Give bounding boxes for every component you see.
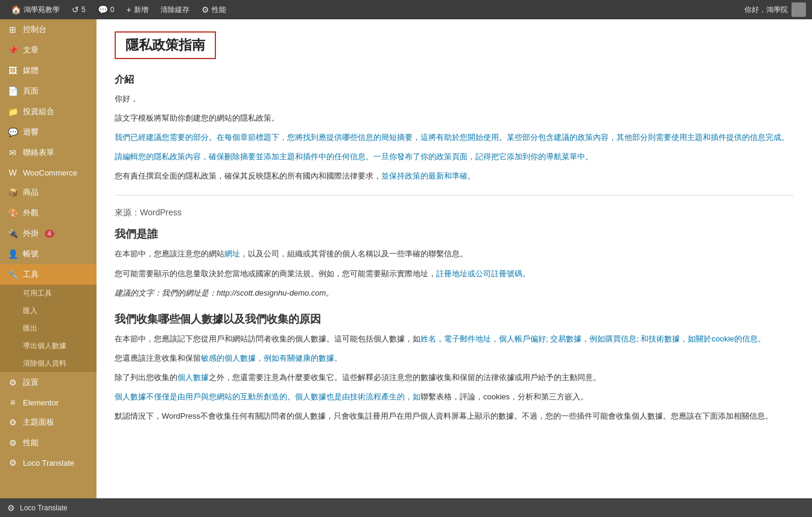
sidebar-item-pages[interactable]: 📄 頁面 [0, 81, 97, 101]
sidebar-label-loco-translate: Loco Translate [23, 458, 74, 468]
data-p3: 除了列出您收集的個人數據之外，您還需要注意為什麼要收集它。這些解釋必須注意您的數… [115, 371, 794, 384]
page-title-box: 隱私政策指南 [115, 31, 216, 59]
plugins-badge: 4 [45, 230, 54, 238]
dashboard-icon: ⊞ [7, 25, 18, 34]
sidebar-item-dashboard[interactable]: ⊞ 控制台 [0, 19, 97, 40]
loco-icon: ⚙ [7, 458, 18, 468]
sidebar-item-tools[interactable]: 🔧 工具 [0, 264, 97, 285]
sidebar-label-pages: 頁面 [23, 86, 39, 97]
sidebar-label-contact: 聯絡表單 [23, 147, 54, 158]
submenu-erase-personal[interactable]: 清除個人資料 [0, 355, 97, 372]
products-icon: 📦 [7, 188, 18, 197]
tools-icon: 🔧 [7, 270, 18, 279]
data-p3-link[interactable]: 個人數據 [177, 373, 209, 382]
loco-translate-icon: ⚙ [7, 503, 15, 513]
theme-panel-icon: ⚙ [7, 417, 18, 427]
loco-translate-label: Loco Translate [20, 504, 68, 512]
main-content: 隱私政策指南 介紹 你好， 該文字模板將幫助你創建您的網站的隱私政策。 我們已經… [97, 19, 812, 517]
sidebar-item-settings[interactable]: ⚙ 設置 [0, 372, 97, 393]
sidebar-item-testimonials[interactable]: 💬 迴響 [0, 122, 97, 142]
posts-icon: 📌 [7, 45, 18, 55]
data-p2-link[interactable]: 敏感的個人數據，例如有關健康的數據。 [201, 354, 342, 363]
submenu-export-personal[interactable]: 導出個人數據 [0, 337, 97, 355]
intro-p5: 您有責任撰寫全面的隱私政策，確保其反映隱私的所有國內和國際法律要求，並保持政策的… [115, 170, 794, 183]
sidebar-item-portfolio[interactable]: 📁 投資組合 [0, 101, 97, 122]
sidebar-item-contact[interactable]: ✉ 聯絡表單 [0, 142, 97, 163]
perf-icon: ⚙ [7, 438, 18, 448]
sidebar-label-appearance: 外觀 [23, 208, 39, 218]
submenu-available-tools[interactable]: 可用工具 [0, 285, 97, 302]
updates-icon: ↺ [72, 5, 79, 14]
main-wrap: ⊞ 控制台 📌 文章 🖼 媒體 📄 頁面 📁 投資組合 💬 迴響 ✉ 聯絡表單 … [0, 19, 812, 517]
adminbar-left: 🏠 鴻學苑教學 ↺ 5 💬 0 + 新增 清除緩存 ⚙ 性能 [6, 0, 231, 19]
home-icon: 🏠 [11, 5, 21, 14]
intro-p5-link[interactable]: 並保持政策的最新和準確。 [381, 171, 475, 180]
comments-count: 0 [110, 5, 115, 14]
sidebar-label-woocommerce: WooCommerce [23, 168, 77, 177]
intro-p2: 該文字模板將幫助你創建您的網站的隱私政策。 [115, 112, 794, 125]
sidebar-item-users[interactable]: 👤 帳號 [0, 244, 97, 264]
source-heading: 來源：WordPress [115, 208, 794, 218]
intro-p4: 請編輯您的隱私政策內容，確保刪除摘要並添加主題和插件中的任何信息。一旦你發布了你… [115, 150, 794, 163]
plugins-icon: 🔌 [7, 229, 18, 238]
data-p4: 個人數據不僅僅是由用戶與您網站的互動所創造的。個人數據也是由技術流程產生的，如聯… [115, 390, 794, 404]
updates-count: 5 [81, 5, 86, 14]
sidebar-item-posts[interactable]: 📌 文章 [0, 40, 97, 60]
plus-icon: + [126, 5, 131, 14]
comments-icon: 💬 [98, 5, 108, 14]
data-p1-link1[interactable]: 姓名，電子郵件地址，個人帳戶偏好; 交易數據，例如購買信息; 和技術數據，如關於… [420, 334, 766, 343]
sidebar-label-testimonials: 迴響 [23, 127, 39, 138]
intro-p4-link[interactable]: 請編輯您的隱私政策內容，確保刪除摘要並添加主題和插件中的任何信息。一旦你發布了你… [115, 152, 593, 161]
sidebar-label-portfolio: 投資組合 [23, 106, 54, 117]
sidebar-item-plugins[interactable]: 🔌 外掛 4 [0, 223, 97, 244]
sidebar-label-plugins: 外掛 [23, 228, 39, 239]
loco-translate-bar: ⚙ Loco Translate [0, 498, 812, 517]
updates-item[interactable]: ↺ 5 [67, 0, 90, 19]
clear-cache-item[interactable]: 清除緩存 [156, 0, 194, 19]
site-name-item[interactable]: 🏠 鴻學苑教學 [6, 0, 65, 19]
divider [115, 195, 794, 195]
data-p4-link1[interactable]: 個人數據不僅僅是由用戶與您網站的互動所創造的。個人數據也是由技術流程產生的，如 [115, 392, 420, 401]
sidebar-item-products[interactable]: 📦 商品 [0, 182, 97, 203]
sidebar-item-elementor[interactable]: ≡ Elementor [0, 393, 97, 412]
who-we-are-heading: 我們是誰 [115, 227, 794, 241]
contact-icon: ✉ [7, 148, 18, 157]
admin-sidebar: ⊞ 控制台 📌 文章 🖼 媒體 📄 頁面 📁 投資組合 💬 迴響 ✉ 聯絡表單 … [0, 19, 97, 517]
performance-item[interactable]: ⚙ 性能 [197, 0, 231, 19]
sidebar-label-settings: 設置 [23, 377, 39, 388]
woocommerce-icon: W [7, 168, 18, 177]
elementor-icon: ≡ [7, 398, 18, 407]
settings-icon: ⚙ [7, 378, 18, 387]
source-section: 來源：WordPress 我們是誰 在本節中，您應該注意您的網站網址，以及公司，… [115, 208, 794, 299]
sidebar-label-elementor: Elementor [23, 398, 59, 407]
sidebar-item-woocommerce[interactable]: W WooCommerce [0, 163, 97, 182]
intro-section: 介紹 你好， 該文字模板將幫助你創建您的網站的隱私政策。 我們已經建議您需要的部… [115, 74, 794, 183]
greeting-text: 你好，鴻學院 [744, 5, 788, 15]
submenu-export[interactable]: 匯出 [0, 320, 97, 337]
performance-icon: ⚙ [201, 5, 209, 14]
page-title: 隱私政策指南 [125, 36, 205, 54]
appearance-icon: 🎨 [7, 208, 18, 218]
sidebar-item-media[interactable]: 🖼 媒體 [0, 60, 97, 81]
media-icon: 🖼 [7, 66, 18, 75]
sidebar-item-performance[interactable]: ⚙ 性能 [0, 433, 97, 453]
intro-heading: 介紹 [115, 74, 794, 86]
sidebar-label-theme-panel: 主題面板 [23, 417, 54, 428]
pages-icon: 📄 [7, 86, 18, 96]
comments-item[interactable]: 💬 0 [93, 0, 119, 19]
sidebar-item-loco-translate[interactable]: ⚙ Loco Translate [0, 453, 97, 472]
new-item[interactable]: + 新增 [121, 0, 153, 19]
sidebar-label-products: 商品 [23, 187, 39, 198]
performance-label: 性能 [212, 5, 226, 15]
data-p5: 默認情況下，WordPress不會收集任何有關訪問者的個人數據，只會收集註冊用戶… [115, 410, 794, 423]
sidebar-label-performance: 性能 [23, 437, 39, 448]
submenu-import[interactable]: 匯入 [0, 302, 97, 320]
sidebar-label-users: 帳號 [23, 249, 39, 259]
who-p2: 您可能需要顯示的信息量取決於您當地或國家的商業法規。例如，您可能需要顯示實際地址… [115, 267, 794, 281]
adminbar-right: 你好，鴻學院 [744, 2, 806, 17]
sidebar-item-appearance[interactable]: 🎨 外觀 [0, 203, 97, 223]
who-p1-link1[interactable]: 網址 [224, 249, 240, 258]
sidebar-item-theme-panel[interactable]: ⚙ 主題面板 [0, 412, 97, 433]
intro-p3-link[interactable]: 我們已經建議您需要的部分。在每個章節標題下，您將找到應提供哪些信息的簡短摘要，這… [115, 133, 789, 142]
who-p2-link[interactable]: 註冊地址或公司註冊號碼。 [436, 269, 530, 278]
